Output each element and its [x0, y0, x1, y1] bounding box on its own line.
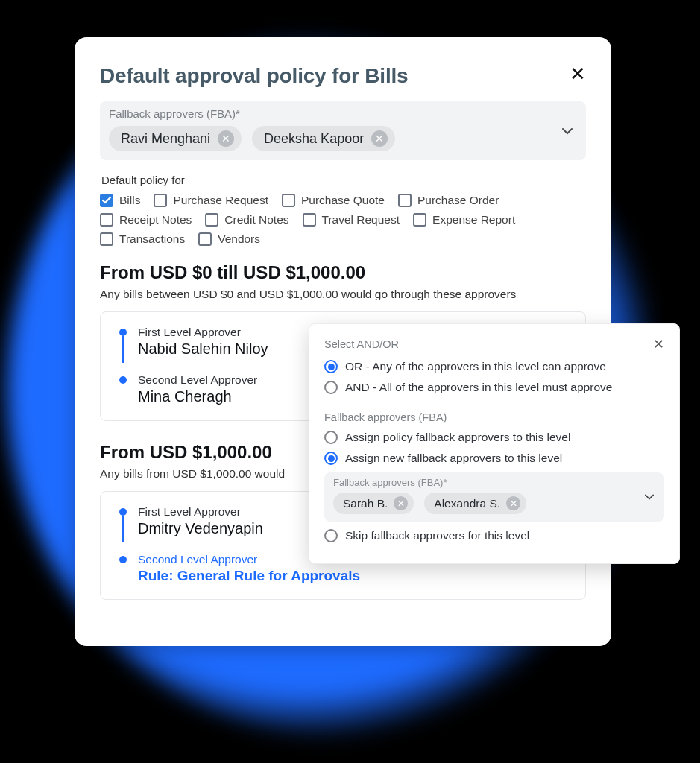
checkbox-label: Purchase Quote — [301, 194, 385, 207]
approver-chip: Deeksha Kapoor ✕ — [252, 126, 395, 151]
checkbox-icon[interactable] — [398, 194, 412, 207]
policy-checkbox-item[interactable]: Purchase Order — [398, 194, 499, 207]
remove-chip-icon[interactable]: ✕ — [394, 496, 408, 510]
checkbox-icon[interactable] — [100, 232, 113, 246]
policy-checkbox-item[interactable]: Transactions — [100, 232, 185, 246]
close-icon[interactable]: ✕ — [570, 64, 586, 83]
chip-label: Deeksha Kapoor — [264, 131, 364, 147]
chip-label: Ravi Menghani — [121, 131, 210, 147]
radio-label: OR - Any of the approvers in this level … — [345, 360, 606, 373]
fallback-approvers-field[interactable]: Fallback approvers (FBA)* Ravi Menghani … — [100, 101, 586, 160]
level-dot-icon — [119, 508, 127, 516]
and-or-popover: Select AND/OR ✕ OR - Any of the approver… — [309, 323, 680, 564]
fba-field-label: Fallback approvers (FBA)* — [333, 477, 655, 488]
remove-chip-icon[interactable]: ✕ — [506, 496, 520, 510]
divider — [309, 402, 679, 402]
checkbox-icon[interactable] — [154, 194, 167, 207]
approver-chip: Ravi Menghani ✕ — [109, 126, 242, 151]
radio-option[interactable]: Assign new fallback approvers to this le… — [324, 452, 664, 465]
level-rule-name: Rule: General Rule for Approvals — [138, 568, 360, 584]
policy-checkbox-item[interactable]: Vendors — [198, 232, 260, 246]
chip-label: Alexandra S. — [434, 497, 500, 510]
policy-checkbox-item[interactable]: Purchase Quote — [282, 194, 385, 207]
radio-option[interactable]: OR - Any of the approvers in this level … — [324, 360, 664, 373]
level-dot-icon — [119, 329, 127, 336]
level-approver-name: Nabid Salehin Niloy — [138, 341, 268, 358]
policy-checkbox-item[interactable]: Credit Notes — [205, 213, 288, 227]
level-approver-name: Mina Cheragh — [138, 388, 257, 405]
radio-icon[interactable] — [324, 529, 338, 542]
checkbox-label: Bills — [119, 194, 140, 207]
level-dot-icon — [119, 556, 127, 563]
close-icon[interactable]: ✕ — [653, 336, 664, 352]
checkbox-icon[interactable] — [282, 194, 295, 207]
checkbox-label: Vendors — [218, 232, 260, 246]
policy-checkbox-item[interactable]: Bills — [100, 194, 140, 207]
level-label: Second Level Approver — [138, 373, 257, 387]
fba-section-label: Fallback approvers (FBA) — [324, 411, 664, 423]
level-dot-icon — [119, 376, 127, 384]
radio-option[interactable]: AND - All of the approvers in this level… — [324, 381, 664, 394]
checkbox-icon[interactable] — [198, 232, 212, 246]
radio-icon[interactable] — [324, 360, 338, 373]
approver-chip: Sarah B. ✕ — [333, 493, 414, 514]
fba-field-label: Fallback approvers (FBA)* — [109, 107, 577, 120]
checkbox-label: Receipt Notes — [119, 213, 192, 227]
checkbox-label: Transactions — [119, 232, 185, 246]
remove-chip-icon[interactable]: ✕ — [371, 130, 388, 147]
checkbox-icon[interactable] — [205, 213, 218, 227]
radio-icon[interactable] — [324, 381, 338, 394]
level-connector — [122, 336, 124, 363]
policy-checkbox-item[interactable]: Purchase Request — [154, 194, 268, 207]
checkbox-label: Expense Report — [432, 213, 515, 227]
popover-title: Select AND/OR — [324, 338, 399, 350]
level-label: First Level Approver — [138, 505, 263, 519]
checkbox-icon[interactable] — [100, 213, 113, 227]
radio-label: Assign new fallback approvers to this le… — [345, 452, 562, 465]
checkbox-icon[interactable] — [413, 213, 426, 227]
modal-title: Default approval policy for Bills — [100, 64, 408, 88]
range-title: From USD $0 till USD $1,000.00 — [100, 262, 586, 283]
policy-checkbox-item[interactable]: Travel Request — [303, 213, 400, 227]
level-connector — [122, 516, 124, 542]
radio-label: Skip fallback approvers for this level — [345, 529, 529, 542]
checkbox-icon[interactable] — [303, 213, 316, 227]
radio-option[interactable]: Assign policy fallback approvers to this… — [324, 431, 664, 444]
skip-fba-option[interactable]: Skip fallback approvers for this level — [324, 529, 664, 542]
level-approver-name: Dmitry Vedenyapin — [138, 520, 263, 537]
remove-chip-icon[interactable]: ✕ — [218, 130, 234, 147]
checkbox-label: Purchase Request — [173, 194, 268, 207]
checkbox-icon[interactable] — [100, 194, 113, 207]
policy-checkbox-item[interactable]: Expense Report — [413, 213, 515, 227]
chip-label: Sarah B. — [343, 497, 388, 510]
chevron-down-icon[interactable] — [645, 494, 654, 501]
approver-chip: Alexandra S. ✕ — [424, 493, 526, 514]
checkbox-label: Purchase Order — [417, 194, 499, 207]
default-policy-label: Default policy for — [101, 174, 586, 186]
radio-label: Assign policy fallback approvers to this… — [345, 431, 570, 444]
radio-icon[interactable] — [324, 452, 338, 465]
range-subtitle: Any bills between USD $0 and USD $1,000.… — [100, 288, 586, 301]
policy-checkbox-item[interactable]: Receipt Notes — [100, 213, 192, 227]
chevron-down-icon[interactable] — [562, 127, 573, 135]
level-label: First Level Approver — [138, 326, 268, 339]
radio-label: AND - All of the approvers in this level… — [345, 381, 612, 394]
radio-icon[interactable] — [324, 431, 338, 444]
checkbox-label: Travel Request — [322, 213, 400, 227]
popover-fba-chip-field[interactable]: Fallback approvers (FBA)* Sarah B. ✕ Ale… — [324, 472, 664, 522]
checkbox-label: Credit Notes — [224, 213, 288, 227]
